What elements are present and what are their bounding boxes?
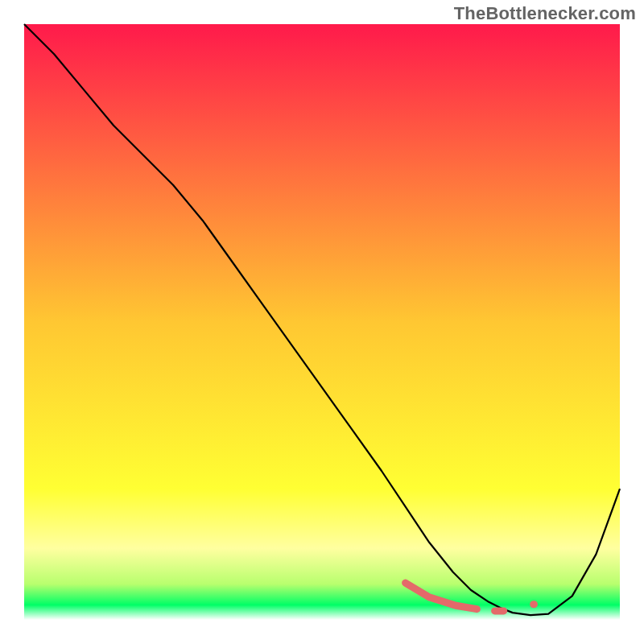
watermark-label: TheBottlenecker.com [454,3,636,24]
gradient-chart-canvas [0,0,644,644]
gradient-background [24,24,620,620]
chart-container: TheBottlenecker.com [0,0,644,644]
